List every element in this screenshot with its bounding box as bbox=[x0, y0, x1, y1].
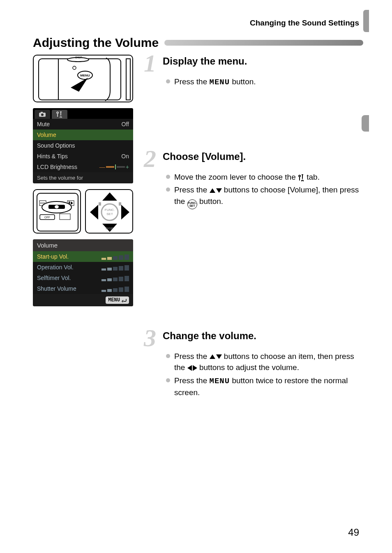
step-title: Choose [Volume]. bbox=[163, 151, 246, 167]
step-number: 1 bbox=[144, 55, 160, 72]
menu-label: MENU bbox=[210, 78, 230, 87]
section-title: Adjusting the Volume bbox=[33, 36, 159, 50]
thumb-tab bbox=[363, 10, 369, 32]
svg-rect-29 bbox=[99, 202, 101, 206]
lcd-volume-row: Operation Vol. bbox=[33, 262, 133, 273]
bullet-icon bbox=[166, 175, 170, 179]
svg-rect-30 bbox=[119, 202, 121, 206]
illustration-camera-menu: DISP. MENU bbox=[33, 55, 133, 102]
func-set-icon: FUNC.SET bbox=[187, 199, 197, 209]
tab-camera-icon bbox=[35, 110, 50, 119]
svg-point-9 bbox=[41, 113, 44, 116]
lcd-menu-row: Hints & TipsOn bbox=[33, 151, 133, 162]
lcd-menu-row: Sound Options bbox=[33, 140, 133, 151]
lcd-settings-menu: MuteOffVolumeSound OptionsHints & TipsOn… bbox=[33, 108, 133, 183]
svg-marker-24 bbox=[121, 205, 129, 220]
svg-text:DISP.: DISP. bbox=[106, 227, 114, 230]
lcd-volume-row: Selftimer Vol. bbox=[33, 273, 133, 283]
lcd-menu-row: MuteOff bbox=[33, 119, 133, 130]
step-bullet: Move the zoom lever to choose the tab. bbox=[166, 171, 363, 183]
bullet-icon bbox=[166, 79, 170, 83]
left-right-icon bbox=[187, 365, 197, 371]
svg-text:DISP.: DISP. bbox=[75, 56, 82, 59]
svg-rect-10 bbox=[41, 112, 43, 113]
illustration-dpad: FUNC. SET DISP. bbox=[85, 189, 133, 234]
step-bullet: Press the buttons to choose [Volume], th… bbox=[166, 184, 363, 209]
chapter-tab bbox=[362, 115, 369, 132]
section-title-rule bbox=[164, 40, 363, 46]
lcd-volume-menu: Volume Start-up Vol.Operation Vol.Selfti… bbox=[33, 239, 133, 306]
step-bullet: Press the MENU button. bbox=[166, 76, 363, 88]
tools-tab-icon bbox=[298, 174, 304, 181]
up-down-icon bbox=[210, 188, 222, 193]
tab-tools-icon bbox=[52, 110, 67, 119]
step-bullet: Press the MENU button twice to restore t… bbox=[166, 375, 363, 398]
svg-text:MENU: MENU bbox=[80, 74, 90, 77]
lcd-menu-row: LCD Brightness—+ bbox=[33, 162, 133, 172]
svg-marker-21 bbox=[102, 192, 117, 201]
lcd-menu-row: Volume bbox=[33, 130, 133, 140]
svg-rect-0 bbox=[39, 59, 121, 100]
lcd-volume-row: Start-up Vol. bbox=[33, 251, 133, 262]
svg-marker-23 bbox=[90, 205, 98, 220]
up-down-icon bbox=[210, 354, 222, 359]
lcd2-footer: MENU bbox=[33, 294, 133, 306]
svg-text:FUNC.: FUNC. bbox=[105, 208, 115, 212]
illustration-zoom-lever: OFF bbox=[33, 189, 81, 234]
bullet-icon bbox=[166, 187, 170, 192]
running-head: Changing the Sound Settings bbox=[33, 19, 359, 28]
svg-text:SET: SET bbox=[106, 212, 113, 216]
step-title: Change the volume. bbox=[163, 330, 256, 347]
menu-label: MENU bbox=[210, 377, 230, 386]
lcd1-footer: Sets the volume for bbox=[33, 172, 133, 183]
lcd-volume-row: Shutter Volume bbox=[33, 283, 133, 294]
bullet-icon bbox=[166, 354, 170, 358]
step-number: 2 bbox=[144, 150, 160, 167]
svg-rect-1 bbox=[126, 59, 130, 100]
step-number: 3 bbox=[144, 329, 160, 347]
step-bullet: Press the buttons to choose an item, the… bbox=[166, 351, 363, 373]
page-number: 49 bbox=[348, 527, 359, 538]
menu-return-badge: MENU bbox=[106, 296, 129, 304]
lcd2-header: Volume bbox=[33, 239, 133, 251]
svg-point-17 bbox=[55, 205, 59, 208]
svg-text:OFF: OFF bbox=[44, 216, 50, 219]
bullet-icon bbox=[166, 378, 170, 382]
step-title: Display the menu. bbox=[163, 56, 247, 72]
